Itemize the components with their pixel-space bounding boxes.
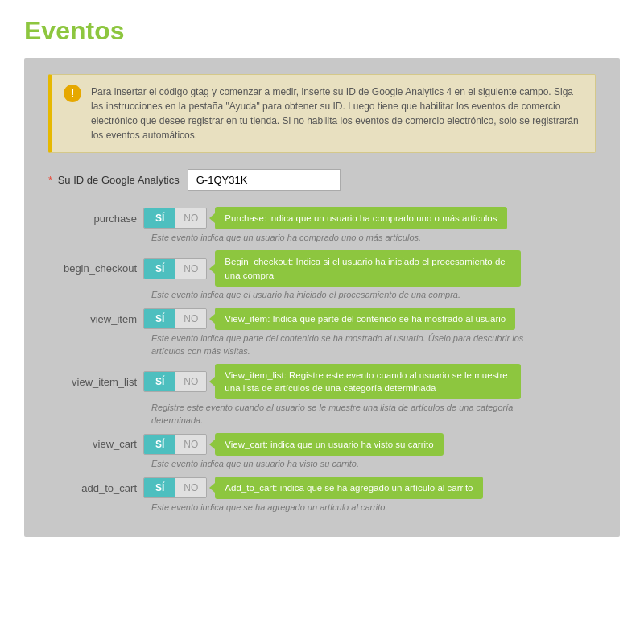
required-marker: * (48, 174, 52, 186)
event-controls: add_to_cart SÍ NO Add_to_cart: indica qu… (48, 477, 596, 499)
toggle-si-button[interactable]: SÍ (144, 208, 175, 228)
event-row: view_cart SÍ NO View_cart: indica que un… (48, 433, 596, 470)
event-tooltip: View_item: Indica que parte del contenid… (215, 308, 515, 330)
toggle-no-button[interactable]: NO (175, 372, 206, 391)
event-controls: view_cart SÍ NO View_cart: indica que un… (48, 433, 596, 456)
toggle-si-button[interactable]: SÍ (144, 478, 175, 497)
ga-label-text: Su ID de Google Analytics (58, 174, 180, 186)
event-name: purchase (48, 213, 137, 225)
toggle-si-button[interactable]: SÍ (144, 372, 175, 391)
event-tooltip: Purchase: indica que un usuario ha compr… (215, 207, 506, 229)
toggle-si-button[interactable]: SÍ (144, 259, 175, 279)
event-tooltip: View_cart: indica que un usuario ha vist… (215, 433, 443, 456)
event-row: view_item_list SÍ NO View_item_list: Reg… (48, 364, 596, 427)
event-description: Este evento indica que un usuario ha com… (151, 232, 538, 244)
event-name: view_item_list (48, 376, 137, 388)
toggle-no-button[interactable]: NO (175, 435, 206, 454)
page-title: Eventos (24, 16, 620, 46)
event-controls: purchase SÍ NO Purchase: indica que un u… (48, 207, 596, 229)
event-row: begin_checkout SÍ NO Begin_checkout: Ind… (48, 250, 596, 301)
event-description: Este evento indica que se ha agregado un… (151, 502, 538, 514)
event-name: view_item (48, 313, 137, 325)
event-tooltip: View_item_list: Registre este evento cua… (215, 364, 521, 399)
event-controls: view_item_list SÍ NO View_item_list: Reg… (48, 364, 596, 399)
toggle-group: SÍ NO (143, 434, 207, 455)
event-controls: begin_checkout SÍ NO Begin_checkout: Ind… (48, 250, 596, 286)
event-row: view_item SÍ NO View_item: Indica que pa… (48, 308, 596, 357)
page-wrapper: Eventos ! Para insertar el código gtag y… (0, 0, 644, 553)
event-description: Registre este evento cuando al usuario s… (151, 402, 538, 427)
event-row: add_to_cart SÍ NO Add_to_cart: indica qu… (48, 477, 596, 514)
event-description: Este evento indica que parte del conteni… (151, 332, 538, 357)
toggle-no-button[interactable]: NO (175, 259, 206, 279)
event-row: purchase SÍ NO Purchase: indica que un u… (48, 207, 596, 244)
toggle-group: SÍ NO (143, 371, 207, 392)
info-icon: ! (64, 85, 81, 102)
toggle-no-button[interactable]: NO (175, 208, 206, 228)
toggle-no-button[interactable]: NO (175, 309, 206, 328)
ga-label: * Su ID de Google Analytics (48, 174, 180, 186)
info-box: ! Para insertar el código gtag y comenza… (48, 74, 596, 153)
event-name: view_cart (48, 438, 137, 450)
event-name: begin_checkout (48, 262, 137, 275)
info-text: Para insertar el código gtag y comenzar … (91, 85, 583, 142)
ga-input[interactable] (188, 169, 341, 191)
event-description: Este evento indica que un usuario ha vis… (151, 458, 538, 470)
toggle-group: SÍ NO (143, 258, 207, 279)
toggle-si-button[interactable]: SÍ (144, 435, 175, 454)
toggle-no-button[interactable]: NO (175, 478, 206, 497)
ga-field-row: * Su ID de Google Analytics (48, 169, 596, 191)
main-content: ! Para insertar el código gtag y comenza… (24, 58, 620, 537)
toggle-group: SÍ NO (143, 208, 207, 229)
toggle-si-button[interactable]: SÍ (144, 309, 175, 328)
events-list: purchase SÍ NO Purchase: indica que un u… (48, 207, 596, 521)
toggle-group: SÍ NO (143, 477, 207, 498)
event-name: add_to_cart (48, 482, 137, 494)
event-tooltip: Add_to_cart: indica que se ha agregado u… (215, 477, 482, 499)
event-tooltip: Begin_checkout: Indica si el usuario ha … (215, 250, 521, 286)
event-description: Este evento indica que el usuario ha ini… (151, 289, 538, 301)
event-controls: view_item SÍ NO View_item: Indica que pa… (48, 308, 596, 330)
toggle-group: SÍ NO (143, 308, 207, 329)
